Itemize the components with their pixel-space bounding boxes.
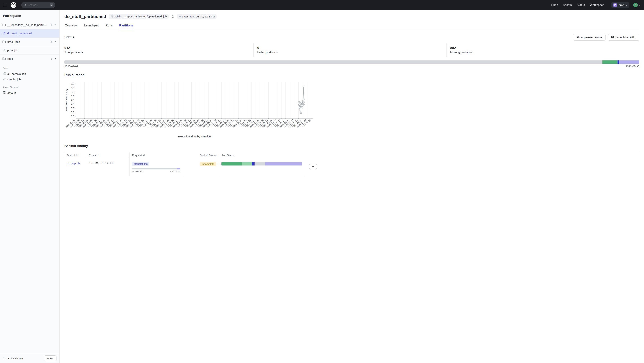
latest-run-tag: Latest run: Jul 30, 5:14 PM — [177, 14, 216, 19]
run-status-bar — [222, 162, 302, 166]
repo-label: prha_repo — [8, 40, 48, 44]
requested-range-end: 2022-07-30 — [170, 170, 180, 172]
caret-down-icon[interactable] — [54, 58, 57, 60]
top-nav-bar: / Runs Assets Status Workspace P prod P — [0, 0, 322, 10]
sidebar-item-repo[interactable]: repo 3 — [0, 54, 59, 63]
not-started-segment — [254, 162, 265, 166]
job-icon — [2, 48, 6, 52]
search-box[interactable]: / — [21, 2, 55, 8]
col-created: Created — [86, 152, 130, 158]
tab-partitions[interactable]: Partitions — [119, 22, 134, 30]
success-light-segment — [242, 162, 252, 166]
menu-icon[interactable] — [3, 4, 7, 6]
backfill-history-title: Backfill History — [64, 144, 322, 148]
col-run-status: Run Status — [219, 152, 304, 158]
svg-text:6.0: 6.0 — [71, 111, 74, 114]
partition-status-bar — [64, 60, 322, 64]
folder-icon — [2, 57, 6, 60]
latest-run-time-link[interactable]: Jul 30, 5:14 PM — [196, 15, 214, 18]
backfill-requested-cell: 60 partitions 2020-01-01 2022-07-30 — [130, 158, 183, 176]
backfill-table-header: Backfill Id Created Requested Backfill S… — [64, 152, 322, 158]
svg-text:8.5: 8.5 — [71, 91, 74, 93]
requested-range-start: 2020-01-01 — [132, 170, 143, 172]
backfill-created-time: Jul 30, 5:12 PM — [86, 158, 130, 176]
backfill-history-table: Backfill Id Created Requested Backfill S… — [64, 152, 322, 176]
backfill-id-link[interactable]: jozrgsbh — [67, 162, 80, 165]
job-label: prha_job — [7, 49, 57, 52]
unrequested-segment — [132, 168, 177, 170]
stat-label: Total partitions — [64, 51, 254, 54]
col-requested: Requested — [130, 152, 183, 158]
svg-text:9.5: 9.5 — [71, 83, 74, 85]
tab-overview[interactable]: Overview — [64, 22, 78, 30]
svg-text:9.0: 9.0 — [71, 87, 74, 90]
svg-text:5.5: 5.5 — [71, 115, 74, 118]
queued-segment — [265, 162, 302, 166]
search-input[interactable] — [28, 4, 48, 6]
tab-launchpad[interactable]: Launchpad — [84, 22, 100, 30]
job-origin-tag: Job in __reposi...artitioned@partitioned… — [109, 14, 168, 19]
dagster-logo-icon[interactable] — [10, 2, 17, 8]
asset-group-grid-icon — [3, 91, 6, 94]
partition-stats: 942 Total partitions 0 Failed partitions… — [64, 43, 322, 57]
main-content: do_stuff_partitioned Job in __reposi...a… — [60, 10, 322, 182]
job-label: simple_job — [8, 78, 21, 81]
sidebar-item-prha-repo[interactable]: prha_repo 1 — [0, 38, 59, 46]
svg-text:6.5: 6.5 — [71, 107, 74, 110]
svg-text:Execution time (secs): Execution time (secs) — [65, 89, 68, 111]
sidebar-item-repository[interactable]: __repository__do_stuff_partitio... 1 — [0, 21, 59, 29]
sidebar-item-simple-job[interactable]: simple_job — [0, 77, 59, 82]
status-section-header: Status Show per-step status Launch backf… — [64, 34, 322, 41]
job-origin-link[interactable]: __reposi...artitioned@partitioned_job — [123, 15, 167, 18]
search-shortcut-key: / — [50, 4, 54, 6]
asset-group-label: default — [8, 92, 16, 94]
backfill-table-row: jozrgsbh Jul 30, 5:12 PM 60 partitions 2… — [64, 158, 322, 176]
success-segment — [222, 162, 242, 166]
svg-text:7.5: 7.5 — [71, 99, 74, 102]
caret-down-icon[interactable] — [54, 41, 57, 43]
status-title: Status — [64, 36, 74, 39]
requested-partitions-tag[interactable]: 60 partitions — [132, 162, 149, 166]
row-expand-button[interactable] — [309, 164, 317, 169]
sidebar-item-default-asset-group[interactable]: default — [0, 90, 59, 96]
col-expander — [304, 152, 322, 158]
sidebar-item-prha-job[interactable]: prha_job — [0, 46, 59, 54]
stat-label: Failed partitions — [257, 51, 322, 54]
folder-icon — [2, 40, 6, 44]
run-duration-chart-container: 2020-01-012020-01-182020-02-042020-02-21… — [64, 80, 322, 140]
job-label: do_stuff_partitioned — [7, 32, 57, 35]
run-duration-title: Run duration — [64, 73, 322, 77]
repo-list: __repository__do_stuff_partitio... 1 do_… — [0, 21, 59, 63]
job-icon — [2, 32, 6, 35]
col-backfill-status: Backfill Status — [183, 152, 219, 158]
sidebar-title: Workspace — [0, 10, 59, 21]
workspace-sidebar: Workspace __repository__do_stuff_partiti… — [0, 10, 60, 182]
folder-icon — [2, 24, 6, 27]
repo-label: __repository__do_stuff_partitio... — [8, 24, 48, 26]
job-label: all_cereals_job — [8, 72, 26, 76]
asset-groups-section-label: Asset Groups — [0, 82, 59, 90]
sidebar-item-all-cereals-job[interactable]: all_cereals_job — [0, 71, 59, 77]
tab-runs[interactable]: Runs — [105, 22, 113, 30]
page-header: do_stuff_partitioned Job in __reposi...a… — [64, 14, 322, 19]
run-status-cell — [219, 158, 304, 176]
job-icon — [110, 15, 113, 18]
reload-repository-button[interactable] — [171, 15, 175, 18]
job-origin-prefix: Job in — [114, 15, 122, 18]
repo-count-badge: 1 — [50, 24, 52, 26]
job-tabs: Overview Launchpad Runs Partitions — [64, 22, 322, 30]
job-icon — [3, 72, 6, 76]
col-backfill-id: Backfill Id — [64, 152, 86, 158]
missing-segment — [64, 60, 322, 64]
svg-text:7.0: 7.0 — [71, 103, 74, 106]
run-status-dot-icon — [179, 16, 180, 17]
partition-bar-dates: 2020-01-01 2022-07-30 — [64, 65, 322, 68]
sidebar-item-do-stuff-partitioned[interactable]: do_stuff_partitioned — [0, 29, 59, 38]
stat-value: 942 — [64, 46, 254, 50]
page-title: do_stuff_partitioned — [64, 14, 106, 19]
repo-count-badge: 1 — [50, 40, 52, 43]
caret-down-icon[interactable] — [54, 24, 57, 26]
partition-range-start: 2020-01-01 — [64, 65, 78, 68]
requested-range-labels: 2020-01-01 2022-07-30 — [132, 170, 180, 172]
run-duration-chart: 2020-01-012020-01-182020-02-042020-02-21… — [64, 80, 317, 139]
